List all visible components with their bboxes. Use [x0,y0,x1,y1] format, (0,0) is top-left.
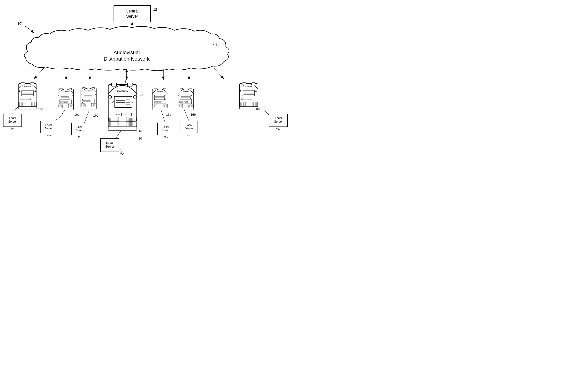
ref-10: 10' [18,22,22,25]
svg-text:COINS: COINS [242,98,245,100]
svg-rect-115 [126,103,130,105]
ref-22: 22 [120,152,124,156]
svg-text:COINS: COINS [21,98,24,100]
ref-22a: 22a [163,136,168,139]
local-server-22e-label2: Server [45,127,53,130]
svg-rect-215 [243,90,254,96]
local-server-22f-label1: Local [9,116,16,120]
svg-rect-5 [114,5,150,22]
svg-rect-79 [83,94,93,99]
svg-text:BILLS: BILLS [159,102,161,103]
ref-16b: 16b [190,113,196,116]
ref-18: 18 [140,93,144,97]
svg-rect-42 [18,107,37,109]
svg-rect-17 [22,90,33,96]
svg-text:JUKEBOX: JUKEBOX [245,86,252,87]
svg-point-163 [166,95,167,96]
svg-rect-72 [58,108,73,110]
ref-22c: 22c [276,128,281,131]
local-server-22b-label2: Server [185,127,193,130]
svg-text:BILLS: BILLS [248,98,251,100]
jukebox-16a: JUKEBOX COINS BILLS [152,88,168,110]
svg-text:JUKEBOX: JUKEBOX [183,91,189,92]
jukebox-16c: JUKEBOX COINS BILLS [239,83,258,109]
local-server-22c-label1: Local [275,116,282,120]
svg-text:JUKEBOX: JUKEBOX [24,86,31,87]
svg-rect-213 [242,83,246,85]
local-server-22d-label1: Local [77,125,83,128]
svg-rect-157 [154,95,165,100]
svg-point-118 [133,95,136,98]
ref-16f: 16f [38,107,42,111]
ref-16e: 16e [74,113,80,116]
svg-rect-47 [60,88,63,90]
ref-12: 12 [153,7,157,11]
ref-16d: 16d [93,114,98,117]
svg-text:BILLS: BILLS [87,101,89,102]
svg-rect-108 [120,80,125,84]
svg-rect-48 [69,88,72,90]
svg-point-221 [255,90,257,92]
svg-text:BILLS: BILLS [64,102,67,103]
svg-text:JUKEBOX: JUKEBOX [85,90,92,92]
local-server-22d-label2: Server [76,128,84,132]
svg-text:COINS: COINS [180,102,183,103]
ref-20: 20 [139,137,142,140]
svg-rect-78 [92,87,95,89]
svg-rect-151 [108,126,137,130]
svg-rect-113 [126,97,130,99]
ref-22f: 22f [10,128,15,131]
svg-text:COINS: COINS [154,102,157,103]
svg-point-54 [58,95,60,96]
local-server-22-label2: Server [105,145,114,148]
svg-point-117 [109,95,112,98]
svg-rect-186 [180,95,190,100]
svg-rect-184 [180,88,183,90]
svg-text:JUKEBOX: JUKEBOX [157,91,163,92]
diagram-container: Central Server 12 Audiovisual Distributi… [0,0,294,192]
svg-text:COINS: COINS [115,114,120,116]
jukebox-16f: JUKEBOX COINS BILLS [18,83,37,109]
svg-point-55 [71,95,73,96]
svg-point-192 [191,95,193,96]
ref-22b: 22b [187,134,191,137]
svg-rect-240 [239,107,258,109]
svg-rect-49 [60,95,70,100]
svg-text:COINS: COINS [83,101,85,102]
network-label2: Distribution Network [104,56,150,62]
svg-rect-106 [111,83,117,86]
svg-point-191 [179,95,180,96]
svg-rect-15 [21,83,25,85]
svg-point-85 [94,94,96,95]
svg-rect-107 [127,83,133,86]
local-server-22a-label1: Local [162,125,169,128]
ref-16: 16 [139,129,142,133]
svg-rect-214 [252,83,255,85]
network-label1: Audiovisual [113,50,140,55]
jukebox-16d: JUKEBOX COINS BILLS [81,87,96,109]
jukebox-16e: JUKEBOX COINS BILLS [58,88,73,110]
svg-point-84 [81,94,83,95]
central-server-label2: Server [126,14,138,19]
jukebox-16b: JUKEBOX COINS BILLS [178,88,194,110]
ref-14: 14 [216,43,220,47]
svg-rect-155 [154,88,157,90]
svg-rect-16 [30,83,34,85]
svg-text:BILLS: BILLS [185,102,187,103]
svg-rect-77 [83,87,85,89]
svg-point-162 [153,95,154,96]
svg-point-23 [34,90,36,92]
svg-rect-180 [152,108,168,110]
svg-text:BILLS: BILLS [27,98,30,100]
local-server-22a-label2: Server [162,128,170,132]
central-server-label: Central [126,9,139,13]
ref-22e: 22e [46,134,51,137]
svg-text:COINS: COINS [60,102,63,103]
svg-rect-156 [163,88,166,90]
ref-16c: 16c [255,107,261,111]
svg-rect-209 [178,108,194,110]
svg-text:JUKEBOX: JUKEBOX [117,90,128,93]
svg-text:BILLS: BILLS [126,114,130,116]
svg-text:JUKEBOX: JUKEBOX [63,91,69,92]
ref-16a: 16a [166,113,171,116]
